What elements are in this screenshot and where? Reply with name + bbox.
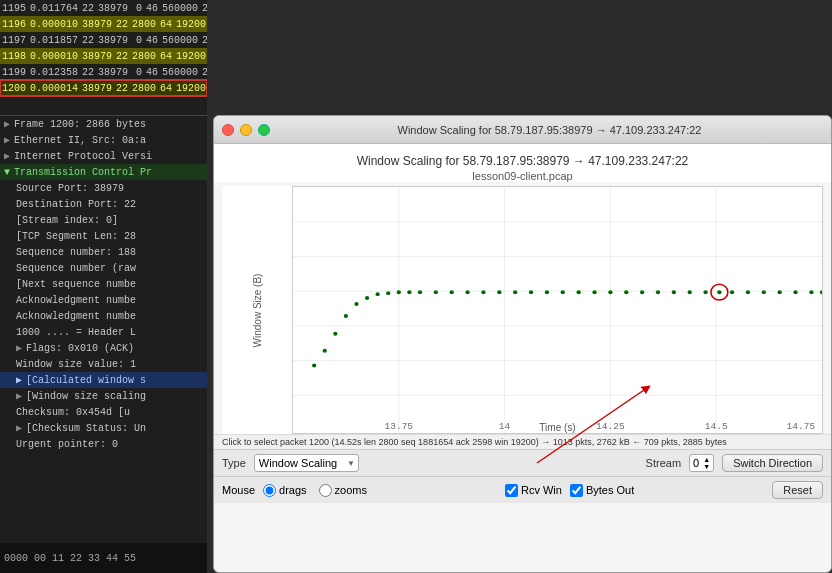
svg-point-53 — [730, 290, 734, 294]
svg-point-57 — [793, 290, 797, 294]
stream-value: 0 — [693, 457, 699, 469]
hex-panel: 0000 00 11 22 33 44 55 — [0, 543, 207, 573]
svg-point-43 — [592, 290, 596, 294]
svg-point-37 — [497, 290, 501, 294]
svg-point-54 — [746, 290, 750, 294]
detail-row-ethernet[interactable]: ▶Ethernet II, Src: 0a:a — [0, 132, 207, 148]
hex-content: 0000 00 11 22 33 44 55 — [4, 553, 136, 564]
switch-direction-button[interactable]: Switch Direction — [722, 454, 823, 472]
svg-point-50 — [704, 290, 708, 294]
type-select[interactable]: Window Scaling Throughput RTT — [254, 454, 359, 472]
svg-point-48 — [672, 290, 676, 294]
detail-row-next-seq[interactable]: [Next sequence numbe — [0, 276, 207, 292]
svg-point-23 — [323, 349, 327, 353]
detail-row-dst-port[interactable]: Destination Port: 22 — [0, 196, 207, 212]
svg-point-33 — [434, 290, 438, 294]
mouse-label: Mouse — [222, 484, 255, 496]
svg-point-45 — [624, 290, 628, 294]
table-row[interactable]: 11950.011764223897904656000022 → 38979 [… — [0, 0, 207, 16]
table-row[interactable]: 11990.012358223897904656000022 → 38979 [… — [0, 64, 207, 80]
svg-point-40 — [545, 290, 549, 294]
detail-row-winscale[interactable]: ▶[Window size scaling — [0, 388, 207, 404]
svg-point-32 — [418, 290, 422, 294]
detail-row-urgent[interactable]: Urgent pointer: 0 — [0, 436, 207, 452]
close-button[interactable] — [222, 124, 234, 136]
status-text: Click to select packet 1200 (14.52s len … — [222, 437, 727, 447]
radio-group-mouse: drags zooms — [263, 484, 367, 497]
bytesout-checkbox-item[interactable]: Bytes Out — [570, 484, 634, 497]
detail-row-seg-len[interactable]: [TCP Segment Len: 28 — [0, 228, 207, 244]
svg-point-24 — [333, 332, 337, 336]
table-row-selected[interactable]: 12000.000014389792228006419200560000[TCP… — [0, 80, 207, 96]
svg-point-41 — [561, 290, 565, 294]
radio-zooms-label: zooms — [335, 484, 367, 496]
transmission-control-label: Transmission Control Pr — [14, 167, 152, 178]
type-label: Type — [222, 457, 246, 469]
detail-row-stream[interactable]: [Stream index: 0] — [0, 212, 207, 228]
packet-list: 11950.011764223897904656000022 → 38979 [… — [0, 0, 207, 115]
stream-down-icon[interactable]: ▼ — [703, 463, 710, 470]
radio-zooms-input[interactable] — [319, 484, 332, 497]
radio-drags[interactable]: drags — [263, 484, 307, 497]
svg-point-34 — [450, 290, 454, 294]
svg-point-27 — [365, 296, 369, 300]
rcvwin-checkbox-item[interactable]: Rcv Win — [505, 484, 562, 497]
radio-drags-label: drags — [279, 484, 307, 496]
svg-point-51 — [717, 290, 721, 294]
detail-row-src-port[interactable]: Source Port: 38979 — [0, 180, 207, 196]
title-bar: Window Scaling for 58.79.187.95:38979 → … — [214, 116, 831, 144]
svg-point-28 — [376, 292, 380, 296]
graph-window: Window Scaling for 58.79.187.95:38979 → … — [213, 115, 832, 573]
svg-point-25 — [344, 314, 348, 318]
detail-row-ack2[interactable]: Acknowledgment numbe — [0, 308, 207, 324]
minimize-button[interactable] — [240, 124, 252, 136]
graph-svg: 580000 570000 560000 550000 540000 53000… — [293, 187, 822, 433]
mouse-bar: Mouse drags zooms Rcv Win Bytes Out Rese… — [214, 476, 831, 503]
detail-row-flags[interactable]: ▶Flags: 0x010 (ACK) — [0, 340, 207, 356]
table-row[interactable]: 11980.000010389792228006419200560000[TCP… — [0, 48, 207, 64]
reset-button[interactable]: Reset — [772, 481, 823, 499]
svg-point-44 — [608, 290, 612, 294]
rcvwin-label: Rcv Win — [521, 484, 562, 496]
table-row[interactable]: 11960.000010389792228006419200560000[TCP… — [0, 16, 207, 32]
detail-row-ack[interactable]: Acknowledgment numbe — [0, 292, 207, 308]
svg-point-39 — [529, 290, 533, 294]
svg-point-56 — [778, 290, 782, 294]
detail-row-ip[interactable]: ▶Internet Protocol Versi — [0, 148, 207, 164]
window-title: Window Scaling for 58.79.187.95:38979 → … — [276, 124, 823, 136]
bytesout-checkbox[interactable] — [570, 484, 583, 497]
svg-point-26 — [354, 302, 358, 306]
graph-title: Window Scaling for 58.79.187.95:38979 → … — [214, 154, 831, 168]
detail-row-seqnum[interactable]: Sequence number: 188 — [0, 244, 207, 260]
svg-point-31 — [407, 290, 411, 294]
stream-label: Stream — [646, 457, 681, 469]
detail-row-header[interactable]: 1000 .... = Header L — [0, 324, 207, 340]
detail-panel: ▶Frame 1200: 2866 bytes ▶Ethernet II, Sr… — [0, 115, 207, 573]
status-bar: Click to select packet 1200 (14.52s len … — [214, 434, 831, 449]
type-select-wrapper[interactable]: Window Scaling Throughput RTT ▼ — [254, 454, 359, 472]
svg-point-38 — [513, 290, 517, 294]
y-axis-label: Window Size (B) — [252, 210, 263, 410]
bytesout-label: Bytes Out — [586, 484, 634, 496]
svg-point-47 — [656, 290, 660, 294]
detail-row-checksum[interactable]: Checksum: 0x454d [u — [0, 404, 207, 420]
radio-zooms[interactable]: zooms — [319, 484, 367, 497]
svg-point-42 — [577, 290, 581, 294]
radio-drags-input[interactable] — [263, 484, 276, 497]
svg-point-35 — [465, 290, 469, 294]
controls-bar: Type Window Scaling Throughput RTT ▼ Str… — [214, 449, 831, 476]
detail-row-chkstatus[interactable]: ▶[Checksum Status: Un — [0, 420, 207, 436]
detail-row-frame[interactable]: ▶Frame 1200: 2866 bytes — [0, 116, 207, 132]
svg-point-58 — [809, 290, 813, 294]
svg-point-36 — [481, 290, 485, 294]
rcvwin-checkbox[interactable] — [505, 484, 518, 497]
detail-row-tcp[interactable]: ▼Transmission Control Pr — [0, 164, 207, 180]
stream-up-icon[interactable]: ▲ — [703, 456, 710, 463]
detail-row-seqnum-raw[interactable]: Sequence number (raw — [0, 260, 207, 276]
svg-point-55 — [762, 290, 766, 294]
table-row[interactable]: 11970.011857223897904656000022 → 38979 [… — [0, 32, 207, 48]
detail-row-winval[interactable]: Window size value: 1 — [0, 356, 207, 372]
maximize-button[interactable] — [258, 124, 270, 136]
detail-row-calcwin[interactable]: ▶[Calculated window s — [0, 372, 207, 388]
svg-point-29 — [386, 291, 390, 295]
